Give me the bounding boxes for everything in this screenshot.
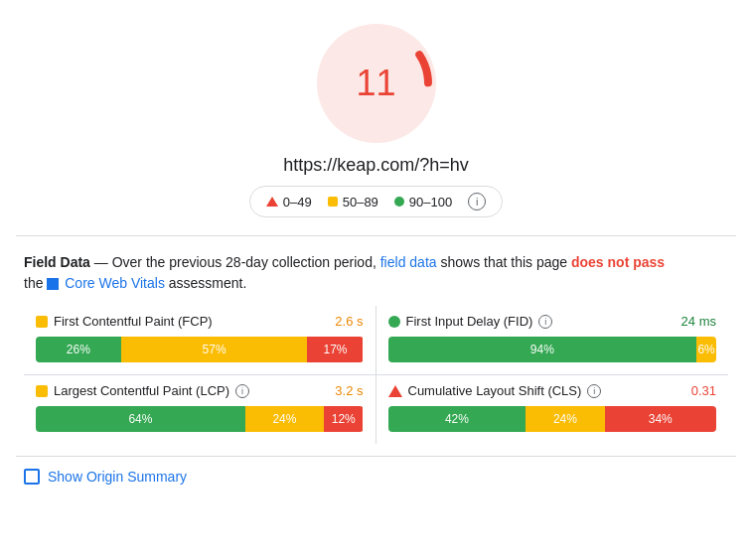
- field-data-desc4: assessment.: [169, 275, 247, 291]
- circle-icon: [394, 197, 404, 207]
- gauge-score: 11: [356, 63, 395, 104]
- show-origin-button[interactable]: Show Origin Summary: [24, 469, 187, 485]
- gauge-circle: 11: [317, 24, 436, 143]
- show-origin-section: Show Origin Summary: [0, 457, 752, 496]
- cls-bar-green: 42%: [388, 406, 526, 432]
- gauge-container: 11: [317, 24, 436, 143]
- lcp-icon: [36, 385, 48, 397]
- cwv-icon: [47, 278, 59, 290]
- legend-info-icon[interactable]: i: [468, 193, 486, 210]
- metric-cls: Cumulative Layout Shift (CLS) i 0.31 42%…: [376, 375, 729, 444]
- legend-label-high: 90–100: [409, 195, 452, 210]
- metric-fid-title-group: First Input Delay (FID) i: [388, 314, 553, 329]
- metric-lcp: Largest Contentful Paint (LCP) i 3.2 s 6…: [24, 375, 376, 444]
- metric-cls-header: Cumulative Layout Shift (CLS) i 0.31: [388, 383, 717, 398]
- fid-info-icon[interactable]: i: [538, 315, 552, 329]
- metric-fcp: First Contentful Paint (FCP) 2.6 s 26% 5…: [24, 306, 376, 375]
- fid-name: First Input Delay (FID): [406, 314, 533, 329]
- metrics-grid: First Contentful Paint (FCP) 2.6 s 26% 5…: [24, 306, 728, 444]
- show-origin-label: Show Origin Summary: [48, 469, 187, 485]
- metric-cls-title-group: Cumulative Layout Shift (CLS) i: [388, 383, 602, 398]
- metric-fcp-title-group: First Contentful Paint (FCP): [36, 314, 213, 329]
- fcp-value: 2.6 s: [335, 314, 363, 329]
- square-icon: [328, 197, 338, 207]
- legend-item-low: 0–49: [266, 195, 312, 210]
- legend-item-high: 90–100: [394, 195, 452, 210]
- cls-name: Cumulative Layout Shift (CLS): [408, 383, 582, 398]
- field-data-desc1: — Over the previous 28-day collection pe…: [94, 254, 380, 270]
- legend-label-mid: 50–89: [343, 195, 378, 210]
- field-data-header: Field Data — Over the previous 28-day co…: [24, 252, 728, 294]
- fcp-icon: [36, 316, 48, 328]
- fcp-bar-red: 17%: [307, 337, 363, 362]
- field-data-label: Field Data: [24, 254, 90, 270]
- lcp-bar-orange: 24%: [245, 406, 324, 432]
- field-data-desc3: the: [24, 275, 47, 291]
- legend-item-mid: 50–89: [328, 195, 378, 210]
- metric-fid-header: First Input Delay (FID) i 24 ms: [388, 314, 717, 329]
- url-display: https://keap.com/?h=hv: [283, 155, 469, 176]
- top-section: 11 https://keap.com/?h=hv 0–49 50–89 90–…: [0, 0, 752, 235]
- cls-bar-red: 34%: [605, 406, 716, 432]
- lcp-bar-red: 12%: [324, 406, 364, 432]
- metric-lcp-header: Largest Contentful Paint (LCP) i 3.2 s: [36, 383, 364, 398]
- field-data-link[interactable]: field data: [380, 254, 437, 270]
- fcp-bar-green: 26%: [36, 337, 121, 362]
- field-data-desc2: shows that this page: [440, 254, 571, 270]
- lcp-name: Largest Contentful Paint (LCP): [54, 383, 229, 398]
- cls-info-icon[interactable]: i: [587, 384, 601, 398]
- field-data-section: Field Data — Over the previous 28-day co…: [0, 236, 752, 456]
- fcp-name: First Contentful Paint (FCP): [54, 314, 213, 329]
- fid-bar: 94% 6%: [388, 337, 717, 362]
- fcp-bar-orange: 57%: [121, 337, 308, 362]
- metric-lcp-title-group: Largest Contentful Paint (LCP) i: [36, 383, 249, 398]
- fid-icon: [388, 316, 400, 328]
- cls-icon: [388, 385, 402, 397]
- legend: 0–49 50–89 90–100 i: [249, 186, 503, 217]
- show-origin-checkbox: [24, 469, 40, 485]
- metric-fcp-header: First Contentful Paint (FCP) 2.6 s: [36, 314, 364, 329]
- cls-value: 0.31: [691, 383, 716, 398]
- fcp-bar: 26% 57% 17%: [36, 337, 364, 362]
- fid-bar-orange: 6%: [696, 337, 716, 362]
- lcp-info-icon[interactable]: i: [235, 384, 249, 398]
- triangle-icon: [266, 197, 278, 207]
- legend-label-low: 0–49: [283, 195, 312, 210]
- cls-bar: 42% 24% 34%: [388, 406, 717, 432]
- lcp-bar-green: 64%: [36, 406, 245, 432]
- does-not-pass-text: does not pass: [571, 254, 665, 270]
- fid-value: 24 ms: [681, 314, 716, 329]
- lcp-bar: 64% 24% 12%: [36, 406, 364, 432]
- lcp-value: 3.2 s: [335, 383, 363, 398]
- cwv-link[interactable]: Core Web Vitals: [65, 275, 165, 291]
- metric-fid: First Input Delay (FID) i 24 ms 94% 6%: [376, 306, 729, 375]
- fid-bar-green: 94%: [388, 337, 697, 362]
- cls-bar-orange: 24%: [526, 406, 604, 432]
